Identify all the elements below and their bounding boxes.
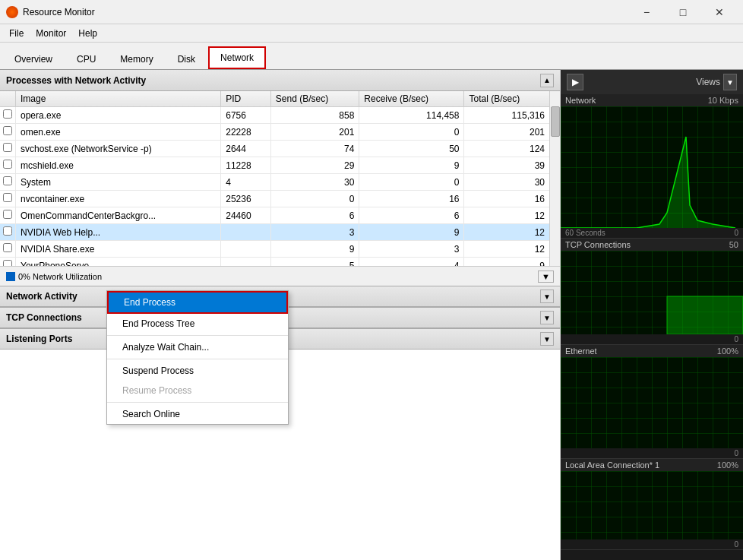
processes-section: Processes with Network Activity ▲ Image … — [0, 70, 560, 286]
graph-bottom-labels: 60 Seconds 0 — [561, 228, 743, 238]
table-row[interactable]: svchost.exe (NetworkService -p) 2644 74 … — [0, 141, 549, 157]
col-check — [0, 91, 16, 107]
row-total: 12 — [464, 241, 549, 258]
col-pid[interactable]: PID — [221, 91, 271, 107]
minimize-button[interactable]: − — [629, 2, 664, 23]
graph-value-label: 0 — [734, 540, 738, 549]
table-row[interactable]: System 4 30 0 30 — [0, 174, 549, 191]
row-checkbox[interactable] — [0, 157, 16, 174]
row-image: svchost.exe (NetworkService -p) — [16, 141, 221, 157]
menu-help[interactable]: Help — [72, 27, 103, 40]
ctx-item-analyze-wait-chain[interactable]: Analyze Wait Chain... — [107, 337, 288, 357]
col-receive[interactable]: Receive (B/sec) — [359, 91, 464, 107]
processes-collapse-btn[interactable]: ▲ — [540, 74, 554, 87]
graph-local-area: Local Area Connection* 1 100% 0 — [561, 459, 743, 550]
col-image[interactable]: Image — [16, 91, 221, 107]
row-image: System — [16, 174, 221, 191]
row-checkbox[interactable] — [0, 124, 16, 141]
row-pid: 24460 — [221, 207, 271, 224]
network-activity-collapse[interactable]: ▼ — [540, 289, 554, 303]
row-total: 12 — [464, 224, 549, 241]
processes-section-header: Processes with Network Activity ▲ — [0, 70, 560, 91]
tcp-connections-collapse[interactable]: ▼ — [540, 311, 554, 324]
graph-label: Ethernet — [565, 346, 597, 356]
row-total: 201 — [464, 124, 549, 141]
menu-file[interactable]: File — [3, 27, 30, 40]
graph-grid — [561, 357, 743, 448]
table-row[interactable]: mcshield.exe 11228 29 9 39 — [0, 157, 549, 174]
graph-canvas-ethernet — [561, 357, 743, 448]
table-scrollbar[interactable] — [549, 91, 560, 266]
graph-label-row: Ethernet 100% — [561, 345, 743, 357]
graphs-section: Network 10 Kbps 60 Seconds 0 TCP Connect… — [561, 94, 743, 560]
row-send: 5 — [270, 258, 359, 267]
tab-overview[interactable]: Overview — [3, 49, 64, 69]
row-total: 124 — [464, 141, 549, 157]
window-title: Resource Monitor — [23, 7, 629, 17]
row-pid: 25236 — [221, 191, 271, 207]
graph-scale: 100% — [717, 346, 738, 356]
col-send[interactable]: Send (B/sec) — [270, 91, 359, 107]
row-total: 30 — [464, 174, 549, 191]
window-controls: − □ ✕ — [629, 2, 737, 23]
table-row[interactable]: YourPhoneServe... 5 4 9 — [0, 258, 549, 267]
graph-canvas-tcp-connections — [561, 251, 743, 334]
ctx-item-suspend-process[interactable]: Suspend Process — [107, 361, 288, 381]
tab-disk[interactable]: Disk — [166, 49, 207, 69]
row-checkbox[interactable] — [0, 224, 16, 241]
table-row[interactable]: opera.exe 6756 858 114,458 115,316 — [0, 107, 549, 124]
processes-table: Image PID Send (B/sec) Receive (B/sec) T… — [0, 91, 549, 266]
scrollbar-thumb[interactable] — [551, 106, 560, 137]
tab-memory[interactable]: Memory — [109, 49, 164, 69]
row-pid: 6756 — [221, 107, 271, 124]
app-icon — [6, 6, 18, 18]
table-row[interactable]: NVIDIA Web Help... 3 9 12 — [0, 224, 549, 241]
tab-network[interactable]: Network — [208, 46, 266, 69]
graph-value-label: 0 — [734, 449, 738, 457]
utilization-text: 0% Network Utilization — [18, 272, 102, 281]
graph-bottom-labels: 0 — [561, 539, 743, 549]
col-total[interactable]: Total (B/sec) — [464, 91, 549, 107]
row-image: opera.exe — [16, 107, 221, 124]
ctx-separator-separator1 — [107, 335, 288, 336]
table-row[interactable]: NVIDIA Share.exe 9 3 12 — [0, 241, 549, 258]
graph-canvas-network — [561, 106, 743, 228]
ctx-item-end-process[interactable]: End Process — [107, 291, 288, 314]
row-checkbox[interactable] — [0, 207, 16, 224]
row-total: 115,316 — [464, 107, 549, 124]
row-pid: 22228 — [221, 124, 271, 141]
menu-monitor[interactable]: Monitor — [30, 27, 72, 40]
row-send: 3 — [270, 224, 359, 241]
tab-cpu[interactable]: CPU — [65, 49, 107, 69]
table-row[interactable]: OmenCommandCenterBackgro... 24460 6 6 12 — [0, 207, 549, 224]
graph-scale: 100% — [717, 460, 738, 470]
row-send: 9 — [270, 241, 359, 258]
maximize-button[interactable]: □ — [666, 2, 700, 23]
row-checkbox[interactable] — [0, 258, 16, 267]
listening-ports-collapse[interactable]: ▼ — [540, 332, 554, 346]
ctx-item-end-process-tree[interactable]: End Process Tree — [107, 314, 288, 334]
row-checkbox[interactable] — [0, 241, 16, 258]
row-checkbox[interactable] — [0, 107, 16, 124]
close-button[interactable]: ✕ — [702, 2, 737, 23]
graph-value-label: 0 — [734, 335, 738, 343]
row-checkbox[interactable] — [0, 174, 16, 191]
row-send: 201 — [270, 124, 359, 141]
table-row[interactable]: omen.exe 22228 201 0 201 — [0, 124, 549, 141]
row-send: 858 — [270, 107, 359, 124]
section-expand-btn[interactable]: ▼ — [538, 272, 554, 281]
ctx-separator-separator2 — [107, 359, 288, 359]
ctx-item-search-online[interactable]: Search Online — [107, 404, 288, 424]
views-dropdown[interactable]: ▼ — [723, 74, 737, 90]
row-send: 30 — [270, 174, 359, 191]
row-receive: 6 — [359, 207, 464, 224]
graph-value-label: 0 — [734, 229, 738, 237]
graph-bottom-labels: 0 — [561, 448, 743, 458]
row-checkbox[interactable] — [0, 141, 16, 157]
table-row[interactable]: nvcontainer.exe 25236 0 16 16 — [0, 191, 549, 207]
menu-bar: File Monitor Help — [0, 24, 743, 43]
row-checkbox[interactable] — [0, 191, 16, 207]
expand-button[interactable]: ▶ — [567, 74, 583, 90]
row-pid: 11228 — [221, 157, 271, 174]
graph-grid — [561, 471, 743, 539]
